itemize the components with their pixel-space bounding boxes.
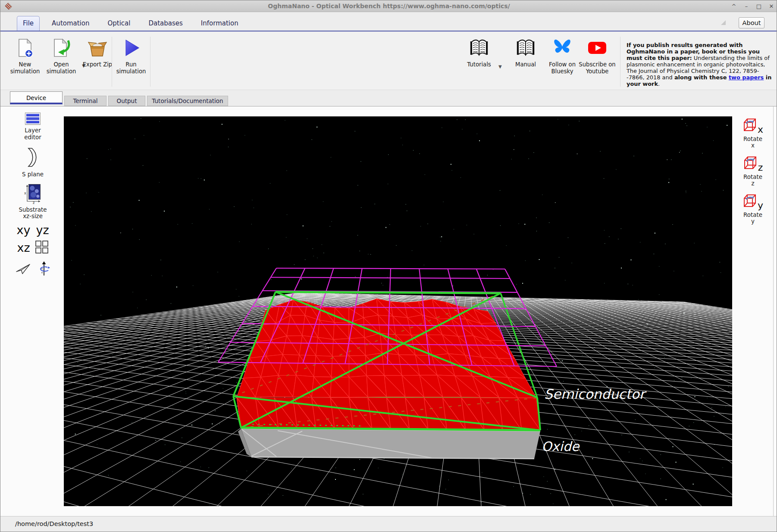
tab-tutorials-documentation[interactable]: Tutorials/Documentation xyxy=(147,96,228,106)
about-button[interactable]: About xyxy=(739,17,764,28)
new-simulation-button[interactable]: New simulation xyxy=(6,38,44,86)
tutorials-dropdown-icon[interactable]: ▼ xyxy=(498,64,502,69)
rotate-y-label-axis: y xyxy=(751,218,755,225)
substrate-xz-size-label: Substrate xz-size xyxy=(16,207,50,220)
rotate-cube-icon xyxy=(743,193,758,210)
menu-tab-file[interactable]: File xyxy=(17,16,40,31)
run-simulation-button[interactable]: Run simulation xyxy=(112,38,150,86)
3d-viewport[interactable]: Semiconductor Oxide xyxy=(64,116,732,506)
window-shade-button[interactable]: ^ xyxy=(730,3,737,10)
manual-button[interactable]: Manual xyxy=(507,38,545,86)
rotate-panel: x Rotate x xyxy=(733,109,772,225)
s-plane-icon xyxy=(27,147,39,169)
four-pane-grid-icon[interactable] xyxy=(35,240,49,256)
view-yz-button[interactable]: yz xyxy=(36,224,49,236)
two-papers-link[interactable]: two papers xyxy=(729,74,764,81)
run-simulation-label: Run simulation xyxy=(112,61,150,75)
youtube-icon xyxy=(587,38,608,58)
open-simulation-icon xyxy=(51,38,72,58)
splitter-handle[interactable] xyxy=(41,268,43,275)
s-plane-label: S plane xyxy=(22,171,44,178)
youtube-label: Subscribe on Youtube xyxy=(578,61,616,75)
tutorials-label: Tutorials xyxy=(467,61,491,68)
rotate-x-label: Rotate xyxy=(743,136,762,142)
oxide-layer-label: Oxide xyxy=(542,439,580,454)
rotate-z-button[interactable]: z Rotate z xyxy=(743,155,763,187)
titlebar[interactable]: OghmaNano - Optical Workbench https://ww… xyxy=(0,0,777,12)
device-3d-scene: Semiconductor Oxide xyxy=(64,116,732,506)
manual-label: Manual xyxy=(515,61,536,68)
rotate-z-label: Rotate xyxy=(743,174,762,180)
bluesky-label: Follow on Bluesky xyxy=(543,61,581,75)
export-zip-button[interactable]: Export Zip xyxy=(78,38,116,86)
layer-editor-label: Layer editor xyxy=(20,127,46,141)
citation-bold-mid: along with these xyxy=(674,74,729,81)
citation-period: . xyxy=(658,81,660,87)
open-simulation-label: Open simulation xyxy=(42,61,80,75)
youtube-button[interactable]: Subscribe on Youtube xyxy=(578,38,616,86)
substrate-xz-size-icon: x z xyxy=(24,184,41,204)
export-zip-icon xyxy=(87,38,108,58)
rotate-x-label-axis: x xyxy=(751,142,755,149)
tab-terminal[interactable]: Terminal xyxy=(64,96,107,106)
rotate-x-axis-letter: x xyxy=(758,125,763,134)
menu-tab-automation[interactable]: Automation xyxy=(46,16,95,31)
menu-tab-optical[interactable]: Optical xyxy=(101,16,136,31)
ribbon-menubar: File Automation Optical Databases Inform… xyxy=(0,12,777,31)
simulation-path: /home/rod/Desktop/test3 xyxy=(15,516,93,531)
citation-text: If you publish results generated with Og… xyxy=(627,42,774,88)
semiconductor-layer-label: Semiconductor xyxy=(544,386,647,402)
bluesky-icon xyxy=(552,38,573,58)
rotate-z-axis-letter: z xyxy=(758,163,763,172)
tab-output[interactable]: Output xyxy=(108,96,145,106)
view-xz-button[interactable]: xz xyxy=(17,242,30,253)
window-minimize-button[interactable]: – xyxy=(743,3,750,10)
rotate-y-button[interactable]: y Rotate y xyxy=(743,193,763,225)
s-plane-button[interactable]: S plane xyxy=(22,147,44,178)
manual-icon xyxy=(515,38,536,58)
export-zip-label: Export Zip xyxy=(83,61,112,68)
sidebar: Layer editor S plane x z xyxy=(6,110,59,278)
layer-editor-button[interactable]: Layer editor xyxy=(20,113,46,141)
bluesky-button[interactable]: Follow on Bluesky xyxy=(543,38,581,86)
device-structure-panel: Layer editor S plane x z xyxy=(0,106,777,516)
menu-tab-information[interactable]: Information xyxy=(195,16,244,31)
toolbar-separator xyxy=(620,37,620,87)
rotate-y-axis-letter: y xyxy=(758,201,763,210)
resize-grip-icon xyxy=(721,20,726,25)
tutorials-icon xyxy=(469,38,489,58)
window-close-button[interactable]: ✕ xyxy=(768,3,775,10)
rotate-x-button[interactable]: x Rotate x xyxy=(743,117,763,149)
run-simulation-icon xyxy=(121,38,141,58)
view-xy-button[interactable]: xy xyxy=(16,224,30,236)
window-maximize-button[interactable]: □ xyxy=(755,3,762,10)
rotate-cube-icon xyxy=(743,117,758,134)
menu-tab-databases[interactable]: Databases xyxy=(142,16,188,31)
new-simulation-icon xyxy=(15,38,35,58)
toolbar-separator xyxy=(150,37,150,87)
app-window: OghmaNano - Optical Workbench https://ww… xyxy=(0,0,777,532)
tab-device-structure[interactable]: Device structure xyxy=(10,91,63,104)
open-simulation-button[interactable]: Open simulation xyxy=(42,38,80,86)
toolbar-ribbon: New simulation Open simulation ▼ xyxy=(0,32,777,90)
new-simulation-label: New simulation xyxy=(6,61,44,75)
oxide-slab xyxy=(238,429,540,459)
panel-divider xyxy=(773,106,774,516)
rotate-z-label-axis: z xyxy=(751,180,754,187)
svg-text:z: z xyxy=(33,201,34,204)
view-tabstrip: Device structure Terminal Output Tutoria… xyxy=(0,90,777,106)
svg-text:x: x xyxy=(24,191,26,195)
rotate-cube-icon xyxy=(743,155,758,172)
layer-editor-icon xyxy=(25,113,41,125)
statusbar: /home/rod/Desktop/test3 xyxy=(0,516,777,532)
window-title: OghmaNano - Optical Workbench https://ww… xyxy=(0,0,777,12)
tutorials-button[interactable]: Tutorials xyxy=(460,38,498,86)
substrate-xz-size-button[interactable]: x z Substrate xz-size xyxy=(16,184,50,220)
rotate-axis-icon[interactable] xyxy=(38,261,50,278)
rotate-y-label: Rotate xyxy=(743,212,762,218)
fly-scene-icon[interactable] xyxy=(16,263,31,276)
